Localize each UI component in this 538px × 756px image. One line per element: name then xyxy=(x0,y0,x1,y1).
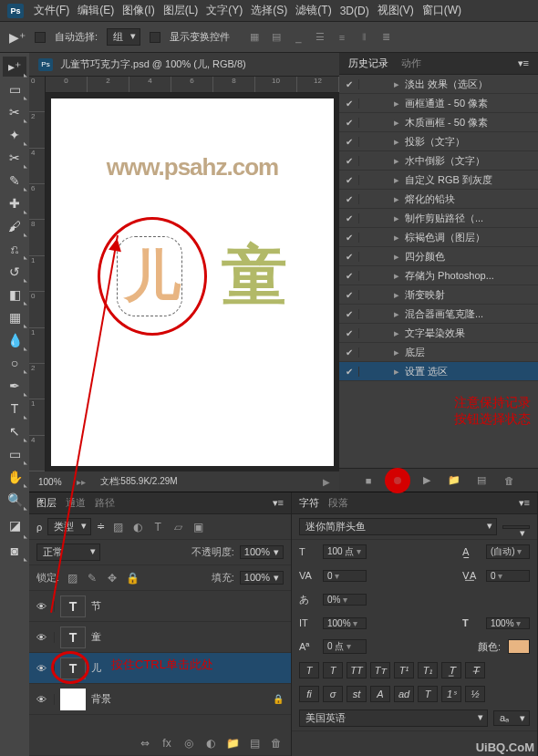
filter-image-icon[interactable]: ▨ xyxy=(110,521,125,533)
record-button[interactable] xyxy=(392,475,403,486)
layer-thumb[interactable] xyxy=(60,689,86,710)
filter-adjust-icon[interactable]: ◐ xyxy=(130,521,145,533)
opentype-button[interactable]: A xyxy=(370,686,390,702)
history-item[interactable]: ✔▸淡出 效果（选区） xyxy=(339,75,538,94)
visibility-eye[interactable]: 👁 xyxy=(29,663,55,674)
menu-select[interactable]: 选择(S) xyxy=(247,1,291,20)
align-icon[interactable]: ≣ xyxy=(378,29,394,46)
history-item[interactable]: ✔▸棕褐色调（图层） xyxy=(339,228,538,247)
smallcaps-button[interactable]: Tᴛ xyxy=(370,662,390,678)
crop-tool[interactable]: ✂ xyxy=(3,148,26,168)
shape-tool[interactable]: ▭ xyxy=(3,444,26,464)
menu-3d[interactable]: 3D(D) xyxy=(336,3,373,19)
align-icon[interactable]: ⎯ xyxy=(290,29,306,46)
panel-menu-icon[interactable]: ▾≡ xyxy=(518,57,529,69)
panel-menu-icon[interactable]: ▾≡ xyxy=(273,497,284,509)
layer-row[interactable]: 👁T童 xyxy=(29,622,291,653)
opentype-button[interactable]: fi xyxy=(299,686,319,702)
history-item[interactable]: ✔▸底层 xyxy=(339,343,538,362)
language-dropdown[interactable]: 美国英语 xyxy=(299,709,488,727)
lasso-tool[interactable]: ✂ xyxy=(3,102,26,122)
opentype-button[interactable]: st xyxy=(347,686,367,702)
menu-image[interactable]: 图像(I) xyxy=(119,1,158,20)
magic-wand-tool[interactable]: ✦ xyxy=(3,125,26,145)
auto-select-checkbox[interactable] xyxy=(35,32,46,43)
path-tool[interactable]: ↖ xyxy=(3,421,26,441)
opacity-value[interactable]: 100% xyxy=(240,545,284,559)
scale-value[interactable]: 0% xyxy=(323,594,367,606)
align-icon[interactable]: ⫴ xyxy=(356,29,372,46)
visibility-toggle[interactable]: ✔ xyxy=(339,156,359,166)
history-item[interactable]: ✔▸制作剪贴路径（... xyxy=(339,209,538,228)
trash-icon[interactable]: 🗑 xyxy=(500,472,518,489)
history-item[interactable]: ✔▸投影（文字） xyxy=(339,132,538,151)
menu-filter[interactable]: 滤镜(T) xyxy=(292,1,335,20)
filter-shape-icon[interactable]: ▱ xyxy=(171,521,185,533)
filter-kind[interactable]: 类型 xyxy=(47,518,91,535)
zoom-level[interactable]: 100% xyxy=(38,477,62,487)
history-item[interactable]: ✔▸自定义 RGB 到灰度 xyxy=(339,171,538,190)
visibility-toggle[interactable]: ✔ xyxy=(339,252,359,262)
visibility-toggle[interactable]: ✔ xyxy=(339,79,359,89)
color-swatch[interactable] xyxy=(508,639,530,654)
fill-value[interactable]: 100% xyxy=(240,571,284,585)
fx-icon[interactable]: fx xyxy=(160,737,174,750)
visibility-toggle[interactable]: ✔ xyxy=(339,194,359,204)
lock-trans-icon[interactable]: ▨ xyxy=(65,572,79,585)
document-tab[interactable]: Ps 儿童节巧克力字.psd @ 100% (儿, RGB/8) xyxy=(29,53,339,77)
layer-row[interactable]: 👁T节 xyxy=(29,591,291,622)
visibility-toggle[interactable]: ✔ xyxy=(339,137,359,147)
layer-name[interactable]: 背景 xyxy=(91,692,273,706)
visibility-toggle[interactable]: ✔ xyxy=(339,309,359,319)
visibility-toggle[interactable]: ✔ xyxy=(339,367,359,377)
layer-row[interactable]: 👁背景🔒 xyxy=(29,684,291,715)
tab-actions[interactable]: 动作 xyxy=(401,57,421,70)
tab-layers[interactable]: 图层 xyxy=(36,496,57,510)
blur-tool[interactable]: 💧 xyxy=(3,330,26,350)
leading-value[interactable]: (自动) xyxy=(486,544,530,559)
menu-type[interactable]: 文字(Y) xyxy=(202,1,246,20)
history-item[interactable]: ✔▸熔化的铅块 xyxy=(339,190,538,209)
hand-tool[interactable]: ✋ xyxy=(3,467,26,487)
opentype-button[interactable]: 1ˢ xyxy=(441,686,461,702)
history-item[interactable]: ✔▸四分颜色 xyxy=(339,247,538,266)
visibility-toggle[interactable]: ✔ xyxy=(339,175,359,185)
tab-paths[interactable]: 路径 xyxy=(95,496,115,510)
superscript-button[interactable]: T¹ xyxy=(394,662,414,678)
blend-mode[interactable]: 正常 xyxy=(36,544,100,561)
font-size[interactable]: 100 点 xyxy=(323,544,367,559)
history-item[interactable]: ✔▸渐变映射 xyxy=(339,285,538,305)
gradient-tool[interactable]: ▦ xyxy=(3,307,26,327)
marquee-tool[interactable]: ▭ xyxy=(3,79,26,99)
auto-select-dropdown[interactable]: 组 xyxy=(107,28,140,46)
type-layer-thumb[interactable]: T xyxy=(60,658,86,679)
layer-name[interactable]: 童 xyxy=(91,630,291,644)
type-layer-thumb[interactable]: T xyxy=(60,595,86,617)
opentype-button[interactable]: ad xyxy=(394,686,414,702)
menu-layer[interactable]: 图层(L) xyxy=(160,1,202,20)
baseline-value[interactable]: 0 点 xyxy=(323,639,367,654)
history-brush-tool[interactable]: ↺ xyxy=(3,262,26,282)
history-item[interactable]: ✔▸木质画框 - 50 像素 xyxy=(339,113,538,132)
tab-paragraph[interactable]: 段落 xyxy=(328,496,348,510)
brush-tool[interactable]: 🖌 xyxy=(3,216,26,236)
history-item[interactable]: ✔▸存储为 Photoshop... xyxy=(339,266,538,285)
font-family[interactable]: 迷你简胖头鱼 xyxy=(299,518,497,535)
adjust-icon[interactable]: ◐ xyxy=(203,737,218,750)
folder-icon[interactable]: 📁 xyxy=(445,472,463,489)
eraser-tool[interactable]: ◧ xyxy=(3,285,26,305)
allcaps-button[interactable]: TT xyxy=(347,662,367,678)
fg-bg-swatch[interactable]: ◪ xyxy=(3,513,26,538)
stop-icon[interactable]: ■ xyxy=(359,472,378,489)
menu-window[interactable]: 窗口(W) xyxy=(419,1,465,20)
lock-all-icon[interactable]: 🔒 xyxy=(125,572,140,585)
opentype-button[interactable]: ½ xyxy=(465,686,485,702)
new-icon[interactable]: ▤ xyxy=(472,472,491,489)
layer-name[interactable]: 节 xyxy=(91,599,291,613)
visibility-toggle[interactable]: ✔ xyxy=(339,233,359,243)
italic-button[interactable]: T xyxy=(323,662,343,678)
visibility-eye[interactable]: 👁 xyxy=(29,694,55,705)
history-item[interactable]: ✔▸混合器画笔克隆... xyxy=(339,305,538,324)
menu-file[interactable]: 文件(F) xyxy=(30,1,73,20)
history-item[interactable]: ✔▸画框通道 - 50 像素 xyxy=(339,94,538,113)
